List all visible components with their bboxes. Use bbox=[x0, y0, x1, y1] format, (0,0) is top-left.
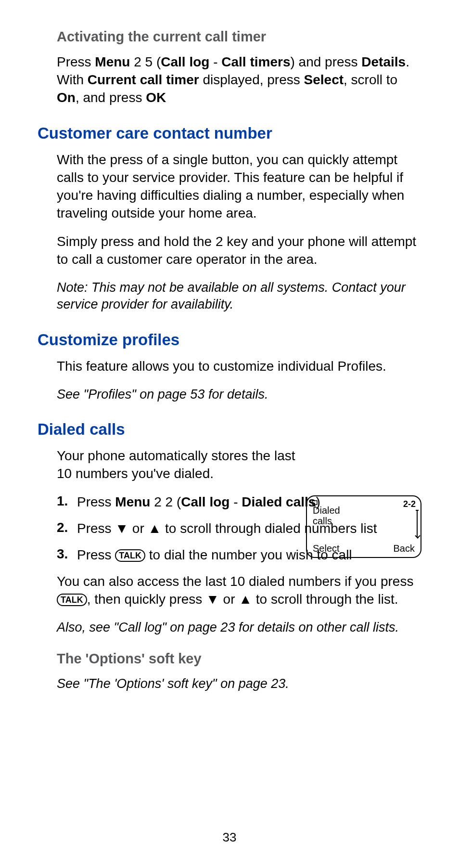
phone-softkey-right: Back bbox=[394, 543, 415, 554]
phone-screen-title: Dialed bbox=[313, 505, 340, 516]
svg-rect-0 bbox=[312, 501, 317, 505]
text-fragment: - bbox=[209, 54, 221, 69]
text-fragment: , then quickly press ▼ or ▲ to scroll th… bbox=[87, 592, 398, 607]
menu-dialed-calls: Dialed calls bbox=[242, 494, 316, 509]
talk-key-icon: TALK bbox=[57, 594, 87, 606]
key-menu: Menu bbox=[95, 54, 130, 69]
key-menu: Menu bbox=[115, 494, 150, 509]
label-current-call-timer: Current call timer bbox=[88, 72, 199, 87]
para-dialed-intro: Your phone automatically stores the last… bbox=[57, 447, 307, 483]
step-number: 1. bbox=[57, 493, 77, 509]
text-fragment: 2 2 ( bbox=[150, 494, 181, 509]
text-fragment: - bbox=[230, 494, 242, 509]
key-ok: OK bbox=[146, 90, 166, 105]
text-fragment: 2 5 ( bbox=[130, 54, 161, 69]
text-fragment: , scroll to bbox=[344, 72, 397, 87]
menu-call-log: Call log bbox=[181, 494, 230, 509]
heading-activating-timer: Activating the current call timer bbox=[57, 29, 421, 45]
text-fragment: ) and press bbox=[290, 54, 361, 69]
para-activating-timer: Press Menu 2 5 (Call log - Call timers) … bbox=[57, 53, 421, 107]
menu-call-timers: Call timers bbox=[221, 54, 290, 69]
text-fragment: , and press bbox=[76, 90, 146, 105]
text-fragment: Press bbox=[77, 547, 115, 562]
text-fragment: displayed, press bbox=[199, 72, 304, 87]
text-fragment: Press bbox=[57, 54, 95, 69]
step-number: 3. bbox=[57, 546, 77, 562]
menu-call-log: Call log bbox=[161, 54, 209, 69]
para-customer-care-1: With the press of a single button, you c… bbox=[57, 151, 421, 222]
key-select: Select bbox=[304, 72, 344, 87]
option-on: On bbox=[57, 90, 76, 105]
para-customize-profiles: This feature allows you to customize ind… bbox=[57, 358, 421, 376]
step-number: 2. bbox=[57, 520, 77, 535]
phone-menu-index: 2-2 bbox=[403, 499, 416, 509]
heading-customize-profiles: Customize profiles bbox=[38, 331, 421, 349]
key-details: Details bbox=[361, 54, 406, 69]
phone-screen-illustration: 2-2 Dialed calls Select Back bbox=[306, 495, 421, 558]
page-number: 33 bbox=[0, 830, 459, 845]
para-customer-care-2: Simply press and hold the 2 key and your… bbox=[57, 233, 421, 269]
step-1-text: Press Menu 2 2 (Call log - Dialed calls) bbox=[77, 493, 327, 511]
heading-customer-care: Customer care contact number bbox=[38, 124, 421, 143]
heading-dialed-calls: Dialed calls bbox=[38, 420, 421, 439]
note-dialed-calls: Also, see "Call log" on page 23 for deta… bbox=[57, 619, 421, 636]
talk-key-icon: TALK bbox=[115, 549, 145, 562]
phone-softkey-left: Select bbox=[313, 543, 340, 554]
para-dialed-access: You can also access the last 10 dialed n… bbox=[57, 573, 421, 609]
phone-scrollbar-icon bbox=[417, 510, 418, 538]
text-fragment: Press bbox=[77, 494, 115, 509]
note-customize-profiles: See "Profiles" on page 53 for details. bbox=[57, 386, 421, 403]
note-options-softkey: See "The 'Options' soft key" on page 23. bbox=[57, 675, 421, 693]
heading-options-softkey: The 'Options' soft key bbox=[57, 651, 421, 667]
manual-page: Activating the current call timer Press … bbox=[0, 0, 459, 868]
text-fragment: You can also access the last 10 dialed n… bbox=[57, 574, 413, 589]
note-customer-care: Note: This may not be available on all s… bbox=[57, 279, 421, 313]
phone-screen-subtitle: calls bbox=[313, 516, 332, 527]
